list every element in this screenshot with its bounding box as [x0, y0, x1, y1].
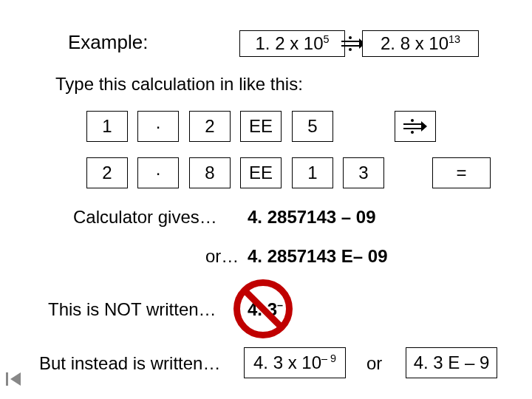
correct-form-1: 4. 3 x 10– 9: [253, 352, 336, 373]
example-label: Example:: [68, 31, 148, 54]
key-8: 8: [189, 157, 231, 188]
or-value: 4. 2857143 E– 09: [248, 246, 388, 267]
svg-point-7: [411, 119, 414, 122]
expression-2-box: 2. 8 x 1013: [362, 30, 479, 57]
instruction-text: Type this calculation in like this:: [55, 74, 303, 95]
correct-form-2-box: 4. 3 E – 9: [406, 347, 497, 378]
key-dot: ·: [137, 111, 179, 142]
key-ee: EE: [240, 111, 282, 142]
expression-2: 2. 8 x 1013: [381, 33, 460, 54]
calc-gives-value: 4. 2857143 – 09: [248, 207, 376, 228]
svg-marker-9: [421, 121, 427, 132]
key-2b: 2: [86, 157, 128, 188]
key-equals: =: [432, 157, 491, 188]
divide-arrow-icon: [403, 119, 427, 134]
key-2: 2: [189, 111, 231, 142]
key-5: 5: [292, 111, 333, 142]
key-dot-b: ·: [137, 157, 179, 188]
svg-point-2: [349, 36, 352, 39]
not-written-label: This is NOT written…: [48, 299, 216, 320]
key-1b: 1: [292, 157, 333, 188]
key-divide: [395, 111, 436, 142]
svg-point-8: [411, 131, 414, 134]
expression-1: 1. 2 x 105: [255, 33, 329, 54]
not-written-value: 4. 3– 9: [248, 299, 292, 320]
or-separator: or: [366, 353, 382, 374]
but-instead-label: But instead is written…: [39, 353, 220, 374]
key-3: 3: [343, 157, 384, 188]
svg-marker-11: [10, 372, 21, 386]
correct-form-2: 4. 3 E – 9: [414, 352, 490, 373]
key-ee-b: EE: [240, 157, 282, 188]
or-label: or…: [205, 246, 239, 267]
nav-back-button[interactable]: [4, 369, 24, 392]
skip-back-icon: [4, 369, 24, 389]
svg-point-3: [349, 48, 352, 51]
key-1: 1: [86, 111, 128, 142]
svg-rect-10: [6, 372, 8, 386]
calc-gives-label: Calculator gives…: [73, 207, 217, 228]
correct-form-1-box: 4. 3 x 10– 9: [244, 347, 346, 378]
expression-1-box: 1. 2 x 105: [239, 30, 345, 57]
